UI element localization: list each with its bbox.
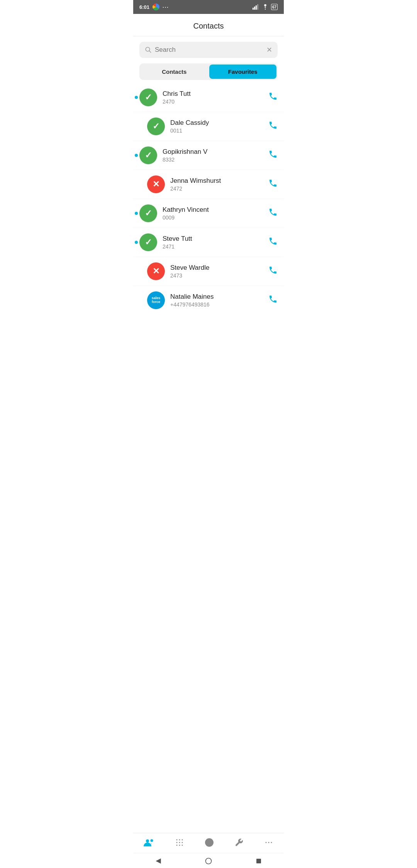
call-button[interactable] bbox=[268, 179, 278, 190]
search-icon bbox=[145, 46, 152, 53]
list-item: ✕ Jenna Wimshurst 2472 bbox=[133, 170, 284, 199]
page-title: Contacts bbox=[139, 22, 278, 31]
list-item: ✓ Steve Tutt 2471 bbox=[133, 228, 284, 257]
x-icon: ✕ bbox=[153, 179, 159, 189]
presence-dot bbox=[135, 96, 138, 99]
call-button[interactable] bbox=[268, 121, 278, 132]
tab-contacts[interactable]: Contacts bbox=[141, 65, 208, 79]
contact-number: 0011 bbox=[170, 128, 263, 134]
avatar: ✓ bbox=[147, 117, 165, 135]
presence-dot bbox=[135, 241, 138, 244]
contact-info: Natalie Maines +447976493816 bbox=[170, 293, 263, 308]
check-icon: ✓ bbox=[145, 208, 152, 218]
avatar: ✕ bbox=[147, 175, 165, 193]
status-right: 67 bbox=[253, 4, 278, 10]
search-container: ✕ bbox=[133, 36, 284, 63]
contact-info: Chris Tutt 2470 bbox=[163, 90, 263, 105]
avatar: salesforce bbox=[147, 291, 165, 309]
contact-name: Dale Cassidy bbox=[170, 119, 263, 127]
list-item: ✕ Steve Wardle 2473 bbox=[133, 257, 284, 286]
page-header: Contacts bbox=[133, 14, 284, 36]
list-item: ✓ Chris Tutt 2470 bbox=[133, 83, 284, 112]
svg-rect-2 bbox=[256, 5, 257, 10]
svg-rect-1 bbox=[254, 7, 255, 10]
contact-name: Natalie Maines bbox=[170, 293, 263, 301]
x-icon: ✕ bbox=[153, 266, 159, 276]
contact-number: 2473 bbox=[170, 272, 263, 279]
contact-name: Chris Tutt bbox=[163, 90, 263, 98]
avatar: ✓ bbox=[139, 89, 157, 106]
dots-icon: ··· bbox=[163, 4, 169, 10]
time-display: 6:01 bbox=[139, 4, 149, 10]
call-button[interactable] bbox=[268, 266, 278, 277]
battery-icon: 67 bbox=[271, 4, 278, 10]
salesforce-logo: salesforce bbox=[152, 296, 161, 304]
contact-name: Gopikrishnan V bbox=[163, 148, 263, 156]
contact-number: 2472 bbox=[170, 186, 263, 192]
check-icon: ✓ bbox=[145, 237, 152, 247]
search-clear-icon[interactable]: ✕ bbox=[266, 46, 272, 54]
battery-level: 67 bbox=[272, 5, 276, 9]
wifi-icon bbox=[262, 4, 269, 10]
contact-info: Gopikrishnan V 8332 bbox=[163, 148, 263, 163]
contact-name: Kathryn Vincent bbox=[163, 206, 263, 214]
list-item: ✓ Dale Cassidy 0011 bbox=[133, 112, 284, 141]
contact-number: 2471 bbox=[163, 243, 263, 250]
svg-line-6 bbox=[149, 51, 151, 53]
list-item: ✓ Gopikrishnan V 8332 bbox=[133, 141, 284, 170]
avatar: ✕ bbox=[147, 262, 165, 280]
presence-dot bbox=[135, 154, 138, 157]
contact-info: Steve Tutt 2471 bbox=[163, 235, 263, 250]
svg-rect-0 bbox=[253, 8, 254, 10]
check-icon: ✓ bbox=[153, 121, 159, 131]
avatar: ✓ bbox=[139, 204, 157, 222]
contact-number: 2470 bbox=[163, 99, 263, 105]
search-bar: ✕ bbox=[139, 42, 278, 58]
tab-bar: Contacts Favourites bbox=[139, 63, 278, 80]
call-button[interactable] bbox=[268, 294, 278, 306]
call-button[interactable] bbox=[268, 237, 278, 248]
call-button[interactable] bbox=[268, 92, 278, 103]
check-icon: ✓ bbox=[145, 92, 152, 102]
contact-info: Kathryn Vincent 0009 bbox=[163, 206, 263, 221]
presence-dot bbox=[135, 212, 138, 215]
contact-number: 8332 bbox=[163, 157, 263, 163]
list-item: salesforce Natalie Maines +447976493816 bbox=[133, 286, 284, 315]
contact-list: ✓ Chris Tutt 2470 ✓ Dale Cassidy 0011 ✓ … bbox=[133, 80, 284, 318]
check-icon: ✓ bbox=[145, 150, 152, 160]
contact-info: Steve Wardle 2473 bbox=[170, 264, 263, 279]
contact-name: Steve Wardle bbox=[170, 264, 263, 272]
list-item: ✓ Kathryn Vincent 0009 bbox=[133, 199, 284, 228]
search-input[interactable] bbox=[155, 46, 263, 54]
contact-info: Dale Cassidy 0011 bbox=[170, 119, 263, 134]
call-button[interactable] bbox=[268, 150, 278, 161]
tab-favourites[interactable]: Favourites bbox=[209, 65, 277, 79]
contact-number: +447976493816 bbox=[170, 301, 263, 308]
contact-name: Jenna Wimshurst bbox=[170, 177, 263, 185]
contact-name: Steve Tutt bbox=[163, 235, 263, 243]
chrome-icon bbox=[153, 3, 159, 10]
svg-point-4 bbox=[265, 9, 266, 10]
call-button[interactable] bbox=[268, 208, 278, 219]
contact-number: 0009 bbox=[163, 214, 263, 221]
avatar: ✓ bbox=[139, 146, 157, 164]
contact-info: Jenna Wimshurst 2472 bbox=[170, 177, 263, 192]
avatar: ✓ bbox=[139, 233, 157, 251]
svg-rect-3 bbox=[257, 4, 258, 10]
signal-icon bbox=[253, 4, 259, 10]
status-bar: 6:01 ··· 67 bbox=[133, 0, 284, 14]
status-left: 6:01 ··· bbox=[139, 3, 169, 10]
